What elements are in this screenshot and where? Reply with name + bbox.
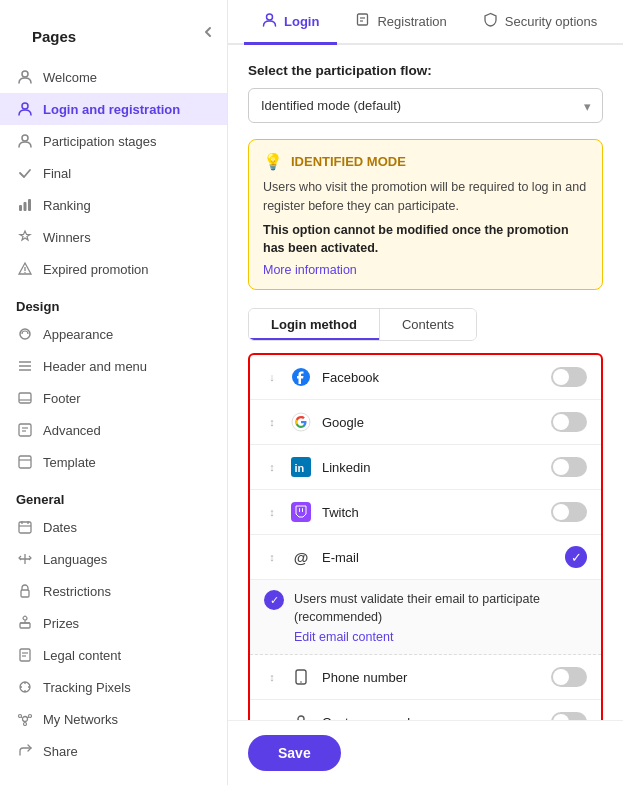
more-info-link[interactable]: More information [263, 263, 588, 277]
login-options-container: ↓ Facebook ↕ Google [248, 353, 603, 720]
twitch-label: Twitch [322, 505, 541, 520]
sidebar-item-share[interactable]: Share [0, 735, 227, 767]
svg-text:in: in [295, 462, 305, 474]
security-options-tab-label: Security options [505, 14, 598, 29]
sidebar-item-winners[interactable]: Winners [0, 221, 227, 253]
login-registration-icon [16, 100, 34, 118]
svg-rect-24 [20, 623, 30, 628]
drag-handle-phone[interactable]: ↕ [264, 672, 280, 683]
twitch-toggle[interactable] [551, 502, 587, 522]
sidebar-item-appearance[interactable]: Appearance [0, 318, 227, 350]
registration-tab-label: Registration [377, 14, 446, 29]
sidebar-item-welcome[interactable]: Welcome [0, 61, 227, 93]
sidebar-item-prizes[interactable]: Prizes [0, 607, 227, 639]
advanced-label: Advanced [43, 423, 101, 438]
tab-security-options[interactable]: Security options [465, 0, 616, 45]
sidebar-item-legal-content[interactable]: Legal content [0, 639, 227, 671]
facebook-label: Facebook [322, 370, 541, 385]
sidebar-item-my-networks[interactable]: My Networks [0, 703, 227, 735]
sidebar-item-header-menu[interactable]: Header and menu [0, 350, 227, 382]
email-validation-section: ✓ Users must validate their email to par… [250, 580, 601, 655]
winners-label: Winners [43, 230, 91, 245]
identified-mode-warning: This option cannot be modified once the … [263, 221, 588, 259]
bulb-icon: 💡 [263, 152, 283, 171]
sidebar-item-advanced[interactable]: Advanced [0, 414, 227, 446]
legal-content-icon [16, 646, 34, 664]
sidebar-item-ranking[interactable]: Ranking [0, 189, 227, 221]
sidebar-item-languages[interactable]: Languages [0, 543, 227, 575]
google-icon [290, 411, 312, 433]
customer-icon [290, 711, 312, 720]
svg-rect-47 [299, 508, 300, 512]
final-icon [16, 164, 34, 182]
login-tab-icon [262, 12, 277, 30]
linkedin-toggle[interactable] [551, 457, 587, 477]
info-box-header: 💡 IDENTIFIED MODE [263, 152, 588, 171]
sidebar-item-tracking-pixels[interactable]: Tracking Pixels [0, 671, 227, 703]
email-label: E-mail [322, 550, 555, 565]
tab-registration[interactable]: Registration [337, 0, 464, 45]
header-menu-icon [16, 357, 34, 375]
drag-handle-facebook[interactable]: ↓ [264, 372, 280, 383]
phone-icon [290, 666, 312, 688]
collapse-sidebar-button[interactable] [199, 23, 217, 44]
facebook-toggle[interactable] [551, 367, 587, 387]
appearance-icon [16, 325, 34, 343]
phone-toggle[interactable] [551, 667, 587, 687]
sidebar-item-final[interactable]: Final [0, 157, 227, 189]
languages-icon [16, 550, 34, 568]
sidebar-item-footer[interactable]: Footer [0, 382, 227, 414]
email-toggle-checked[interactable]: ✓ [565, 546, 587, 568]
sidebar-item-dates[interactable]: Dates [0, 511, 227, 543]
method-tab-login[interactable]: Login method [249, 309, 380, 340]
svg-point-0 [22, 71, 28, 77]
sidebar-item-restrictions[interactable]: Restrictions [0, 575, 227, 607]
drag-handle-linkedin[interactable]: ↕ [264, 462, 280, 473]
prizes-label: Prizes [43, 616, 79, 631]
drag-handle-google[interactable]: ↕ [264, 417, 280, 428]
svg-point-33 [24, 723, 27, 726]
svg-rect-12 [19, 393, 31, 403]
main-content: Login Registration Security options Sele… [228, 0, 623, 785]
google-toggle[interactable] [551, 412, 587, 432]
identified-mode-info-box: 💡 IDENTIFIED MODE Users who visit the pr… [248, 139, 603, 290]
svg-rect-26 [20, 649, 30, 661]
drag-handle-twitch[interactable]: ↕ [264, 507, 280, 518]
svg-point-30 [23, 717, 28, 722]
ranking-label: Ranking [43, 198, 91, 213]
sidebar-item-participation-stages[interactable]: Participation stages [0, 125, 227, 157]
expired-promotion-label: Expired promotion [43, 262, 149, 277]
login-option-phone: ↕ Phone number [250, 655, 601, 700]
save-button[interactable]: Save [248, 735, 341, 771]
final-label: Final [43, 166, 71, 181]
tracking-pixels-icon [16, 678, 34, 696]
email-validation-check[interactable]: ✓ [264, 590, 284, 610]
design-section-label: Design [0, 285, 227, 318]
sidebar: Pages Welcome Login and registration Par… [0, 0, 228, 785]
legal-content-label: Legal content [43, 648, 121, 663]
tracking-pixels-label: Tracking Pixels [43, 680, 131, 695]
sidebar-header-row: Pages [0, 0, 227, 61]
restrictions-label: Restrictions [43, 584, 111, 599]
drag-handle-email[interactable]: ↕ [264, 552, 280, 563]
email-validation-text: Users must validate their email to parti… [294, 592, 540, 624]
template-icon [16, 453, 34, 471]
content-area: Select the participation flow: Identifie… [228, 45, 623, 720]
twitch-icon [290, 501, 312, 523]
sidebar-item-expired-promotion[interactable]: Expired promotion [0, 253, 227, 285]
edit-email-link[interactable]: Edit email content [294, 630, 587, 644]
google-label: Google [322, 415, 541, 430]
login-tab-label: Login [284, 14, 319, 29]
svg-rect-23 [21, 590, 29, 597]
customer-toggle[interactable] [551, 712, 587, 720]
dates-icon [16, 518, 34, 536]
svg-rect-4 [24, 202, 27, 211]
svg-point-1 [22, 103, 28, 109]
participation-flow-select[interactable]: Identified mode (default) [248, 88, 603, 123]
sidebar-item-template[interactable]: Template [0, 446, 227, 478]
sidebar-item-login-registration[interactable]: Login and registration [0, 93, 227, 125]
tab-login[interactable]: Login [244, 0, 337, 45]
svg-point-7 [24, 272, 25, 273]
svg-line-35 [28, 717, 30, 718]
method-tab-contents[interactable]: Contents [380, 309, 476, 340]
